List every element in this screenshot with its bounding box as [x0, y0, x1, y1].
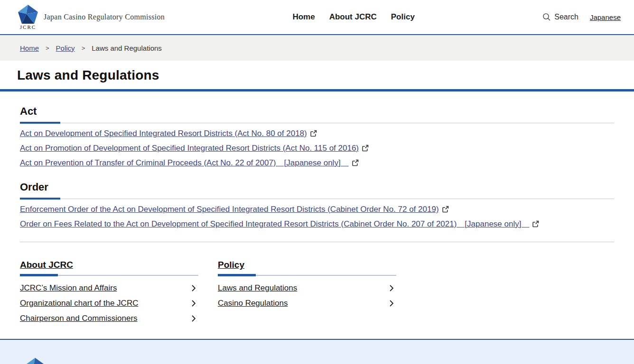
- breadcrumb-home[interactable]: Home: [20, 44, 39, 52]
- document-link[interactable]: Act on Promotion of Development of Speci…: [20, 144, 369, 153]
- document-link[interactable]: Order on Fees Related to the Act on Deve…: [20, 220, 539, 228]
- footer-jcrc-pentagon-icon: [21, 358, 49, 364]
- related-item-org-chart[interactable]: Organizational chart of the JCRC: [20, 296, 198, 311]
- related-heading-rule: [218, 274, 396, 276]
- breadcrumb-separator: >: [46, 45, 49, 52]
- related-item-label: Chairperson and Commissioners: [20, 314, 138, 323]
- document-link-label: Act on Promotion of Development of Speci…: [20, 144, 359, 153]
- header-right: Search Japanese: [542, 13, 621, 21]
- related-item-label: Casino Regulations: [218, 299, 288, 308]
- related-item-casino-regulations[interactable]: Casino Regulations: [218, 296, 396, 311]
- document-link[interactable]: Act on Prevention of Transfer of Crimina…: [20, 159, 359, 167]
- chevron-right-icon: [389, 284, 394, 292]
- document-link[interactable]: Enforcement Order of the Act on Developm…: [20, 205, 449, 214]
- jcrc-logo[interactable]: JCRC Japan Casino Regulatory Commission: [18, 5, 165, 30]
- main-nav: Home About JCRC Policy: [292, 12, 414, 22]
- header: JCRC Japan Casino Regulatory Commission …: [0, 0, 634, 35]
- main-content: Act Act on Development of Specified Inte…: [0, 91, 634, 339]
- related-item-label: Organizational chart of the JCRC: [20, 299, 138, 308]
- external-link-icon: [362, 145, 369, 152]
- document-link[interactable]: Act on Development of Specified Integrat…: [20, 129, 317, 138]
- related-col-policy: Policy Laws and Regulations Casino Regul…: [218, 260, 396, 326]
- logo-abbr: JCRC: [20, 24, 36, 30]
- related-item-laws-and-regulations[interactable]: Laws and Regulations: [218, 281, 396, 296]
- nav-policy[interactable]: Policy: [391, 12, 415, 22]
- breadcrumb-separator: >: [82, 45, 85, 52]
- nav-about-jcrc[interactable]: About JCRC: [329, 12, 377, 22]
- document-link-label: Enforcement Order of the Act on Developm…: [20, 205, 439, 214]
- related-item-label: Laws and Regulations: [218, 283, 297, 293]
- org-name: Japan Casino Regulatory Commission: [44, 13, 165, 21]
- related-item-chairperson[interactable]: Chairperson and Commissioners: [20, 311, 198, 326]
- external-link-icon: [352, 159, 359, 166]
- section-act: Act Act on Development of Specified Inte…: [20, 105, 614, 167]
- related-item-mission[interactable]: JCRC’s Mission and Affairs: [20, 281, 198, 296]
- external-link-icon: [532, 220, 539, 228]
- chevron-right-icon: [389, 300, 394, 307]
- section-heading: Act: [20, 105, 614, 118]
- search-icon: [542, 13, 551, 21]
- page-title: Laws and Regulations: [17, 68, 617, 83]
- section-heading-rule: [20, 122, 614, 123]
- external-link-icon: [442, 206, 449, 213]
- language-link-japanese[interactable]: Japanese: [590, 13, 621, 21]
- chevron-right-icon: [191, 300, 196, 307]
- section-heading: Order: [20, 181, 614, 193]
- related-heading-policy[interactable]: Policy: [218, 260, 244, 270]
- related-item-label: JCRC’s Mission and Affairs: [20, 283, 117, 293]
- external-link-icon: [310, 130, 317, 137]
- breadcrumb: Home > Policy > Laws and Regulations: [0, 35, 634, 61]
- search-label: Search: [554, 13, 578, 21]
- section-order: Order Enforcement Order of the Act on De…: [20, 181, 614, 228]
- footer: [0, 339, 634, 364]
- document-link-label: Act on Development of Specified Integrat…: [20, 129, 307, 138]
- chevron-right-icon: [191, 315, 196, 322]
- breadcrumb-current: Laws and Regulations: [92, 44, 162, 52]
- search-button[interactable]: Search: [542, 13, 578, 21]
- document-link-label: Order on Fees Related to the Act on Deve…: [20, 219, 529, 228]
- title-band: Laws and Regulations: [0, 61, 634, 91]
- section-heading-rule: [20, 198, 614, 199]
- related-col-about-jcrc: About JCRC JCRC’s Mission and Affairs Or…: [20, 260, 198, 326]
- breadcrumb-policy[interactable]: Policy: [56, 44, 75, 52]
- jcrc-pentagon-icon: JCRC: [18, 5, 38, 30]
- chevron-right-icon: [191, 284, 196, 292]
- related-nav: About JCRC JCRC’s Mission and Affairs Or…: [20, 242, 614, 326]
- related-heading-rule: [20, 274, 198, 276]
- nav-home[interactable]: Home: [292, 12, 315, 22]
- document-link-label: Act on Prevention of Transfer of Crimina…: [20, 158, 349, 167]
- related-heading-about-jcrc[interactable]: About JCRC: [20, 260, 73, 270]
